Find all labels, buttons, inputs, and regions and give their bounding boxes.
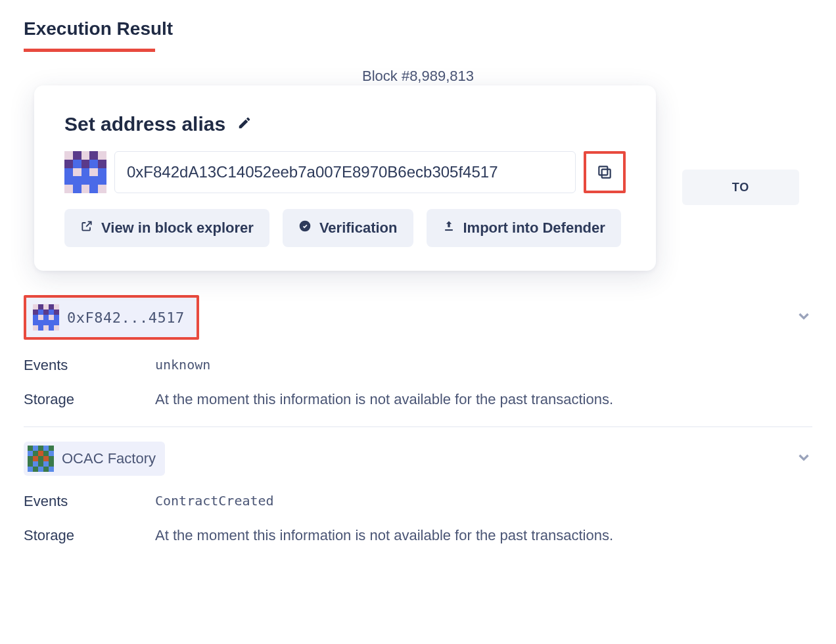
block-number: Block #8,989,813 [24, 68, 812, 85]
verification-label: Verification [319, 219, 398, 237]
address-chip[interactable]: OCAC Factory [24, 442, 165, 476]
contract-entry: 0xF842...4517 Events unknown Storage At … [24, 295, 812, 427]
svg-rect-3 [445, 229, 453, 231]
address-value: 0xF842dA13C14052eeb7a007E8970B6ecb305f45… [127, 163, 498, 181]
popover-title: Set address alias [64, 113, 225, 135]
events-value: unknown [155, 357, 210, 374]
address-avatar [64, 151, 106, 193]
to-label: TO [682, 170, 799, 205]
address-chip[interactable]: 0xF842...4517 [24, 295, 199, 340]
events-label: Events [24, 493, 155, 510]
contract-entry: OCAC Factory Events ContractCreated Stor… [24, 442, 812, 563]
address-alias-popover: Set address alias 0xF842dA13C14052eeb7a0… [34, 85, 656, 271]
events-value: ContractCreated [155, 493, 274, 510]
events-label: Events [24, 357, 155, 374]
external-link-icon [80, 219, 93, 237]
view-in-explorer-label: View in block explorer [101, 219, 254, 237]
storage-value: At the moment this information is not av… [155, 391, 613, 408]
view-in-explorer-button[interactable]: View in block explorer [64, 209, 269, 247]
address-chip-avatar [33, 304, 59, 331]
verification-button[interactable]: Verification [283, 209, 413, 247]
storage-label: Storage [24, 527, 155, 544]
address-chip-label: 0xF842...4517 [67, 310, 185, 326]
import-defender-button[interactable]: Import into Defender [427, 209, 621, 247]
edit-icon[interactable] [237, 116, 252, 133]
storage-value: At the moment this information is not av… [155, 527, 613, 544]
title-underline [24, 49, 155, 52]
chevron-down-icon[interactable] [795, 449, 812, 469]
copy-address-button[interactable] [584, 151, 626, 193]
storage-label: Storage [24, 391, 155, 408]
upload-icon [442, 219, 455, 237]
svg-rect-1 [599, 166, 607, 175]
import-defender-label: Import into Defender [463, 219, 605, 237]
check-circle-icon [298, 219, 312, 237]
address-chip-avatar [28, 446, 54, 472]
svg-rect-0 [602, 170, 611, 178]
address-field[interactable]: 0xF842dA13C14052eeb7a007E8970B6ecb305f45… [114, 151, 576, 193]
section-title: Execution Result [24, 18, 173, 39]
address-chip-label: OCAC Factory [62, 450, 156, 467]
chevron-down-icon[interactable] [795, 308, 812, 327]
